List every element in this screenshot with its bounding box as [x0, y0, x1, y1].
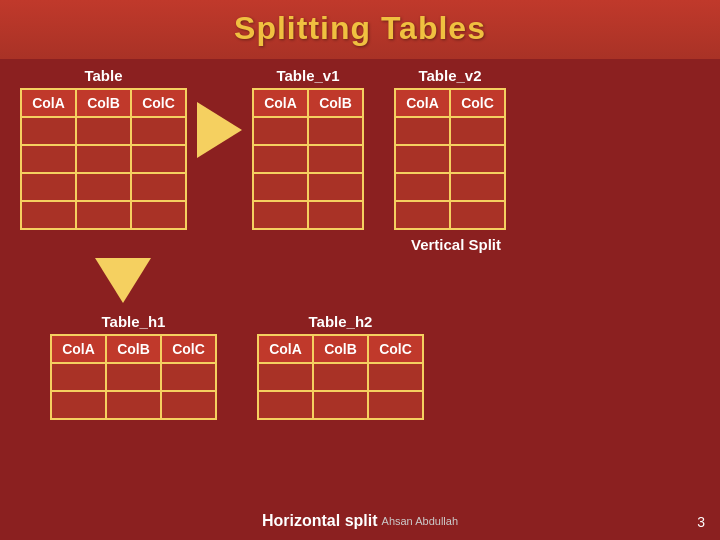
v2-col-c-header: ColC	[450, 89, 505, 117]
bottom-tables-section: Table_h1 ColA ColB ColC Table_h2	[0, 303, 720, 420]
page-title: Splitting Tables	[0, 10, 720, 47]
v1-v2-wrapper: Table_v1 ColA ColB	[252, 67, 506, 230]
table-row	[258, 391, 423, 419]
table-v2-group: Table_v2 ColA ColC	[394, 67, 506, 230]
table-row	[51, 391, 216, 419]
page-number: 3	[697, 514, 705, 530]
vertical-tables-group: Table_v1 ColA ColB	[252, 67, 506, 254]
original-table: ColA ColB ColC	[20, 88, 187, 230]
arrow-right-icon	[197, 102, 242, 158]
v1-col-a-header: ColA	[253, 89, 308, 117]
table-h2: ColA ColB ColC	[257, 334, 424, 420]
vertical-split-label: Vertical Split	[252, 236, 506, 254]
table-row	[21, 201, 186, 229]
down-arrow-wrapper	[0, 258, 720, 303]
table-row	[253, 117, 363, 145]
v1-col-b-header: ColB	[308, 89, 363, 117]
right-arrow	[197, 102, 242, 158]
h2-col-c-header: ColC	[368, 335, 423, 363]
table-v2-label: Table_v2	[418, 67, 481, 84]
original-table-group: Table ColA ColB ColC	[20, 67, 187, 230]
table-row	[395, 173, 505, 201]
h1-col-c-header: ColC	[161, 335, 216, 363]
h1-col-b-header: ColB	[106, 335, 161, 363]
table-row	[51, 363, 216, 391]
table-v1-group: Table_v1 ColA ColB	[252, 67, 364, 230]
col-a-header: ColA	[21, 89, 76, 117]
horizontal-tables-row: Table_h1 ColA ColB ColC Table_h2	[50, 313, 424, 420]
table-row	[395, 117, 505, 145]
table-row	[253, 173, 363, 201]
table-h1: ColA ColB ColC	[50, 334, 217, 420]
table-h2-label: Table_h2	[309, 313, 373, 330]
table-row	[395, 201, 505, 229]
table-row	[21, 145, 186, 173]
table-row	[253, 145, 363, 173]
col-c-header: ColC	[131, 89, 186, 117]
table-row	[21, 173, 186, 201]
h1-col-a-header: ColA	[51, 335, 106, 363]
author-label: Ahsan Abdullah	[382, 515, 458, 527]
table-row	[21, 117, 186, 145]
table-row	[258, 363, 423, 391]
h2-col-a-header: ColA	[258, 335, 313, 363]
table-row	[253, 201, 363, 229]
table-h2-group: Table_h2 ColA ColB ColC	[257, 313, 424, 420]
table-v1-label: Table_v1	[276, 67, 339, 84]
v2-col-a-header: ColA	[395, 89, 450, 117]
table-h1-group: Table_h1 ColA ColB ColC	[50, 313, 217, 420]
table-v1: ColA ColB	[252, 88, 364, 230]
footer: Horizontal split Ahsan Abdullah	[0, 512, 720, 530]
title-bar: Splitting Tables	[0, 0, 720, 59]
arrow-down-icon	[95, 258, 151, 303]
top-tables-section: Table ColA ColB ColC Tabl	[0, 59, 720, 254]
h2-col-b-header: ColB	[313, 335, 368, 363]
table-v2: ColA ColC	[394, 88, 506, 230]
table-row	[395, 145, 505, 173]
original-table-label: Table	[84, 67, 122, 84]
horizontal-split-label: Horizontal split	[262, 512, 378, 530]
table-h1-label: Table_h1	[102, 313, 166, 330]
col-b-header: ColB	[76, 89, 131, 117]
